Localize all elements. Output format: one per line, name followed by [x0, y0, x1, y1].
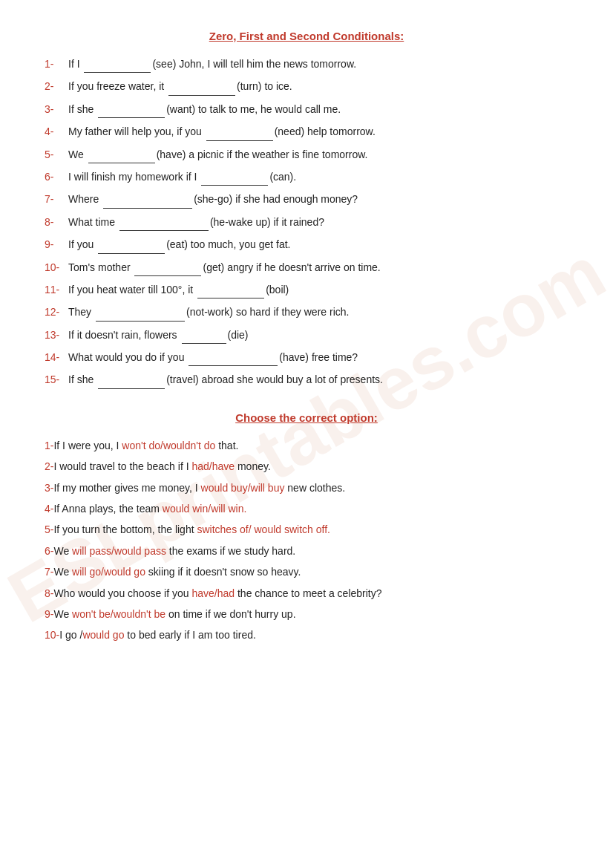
blank [96, 304, 185, 321]
item-num: 9- [45, 608, 53, 620]
list-item: 8- What time (he-wake up) if it rained? [45, 214, 568, 231]
item-num: 4- [45, 503, 53, 515]
list-item: 3-If my mother gives me money, I would b… [45, 480, 568, 496]
ex-text: If you freeze water, it (turn) to ice. [68, 78, 568, 95]
list-item: 11- If you heat water till 100°, it (boi… [45, 281, 568, 298]
ex-num: 1- [45, 58, 68, 70]
item-num: 8- [45, 587, 53, 599]
blank [201, 169, 268, 186]
ex-num: 15- [45, 373, 68, 385]
list-item: 3- If she (want) to talk to me, he would… [45, 101, 568, 118]
highlight: have/had [191, 587, 235, 599]
highlight: would buy/will buy [201, 482, 285, 494]
ex-text: What would you do if you (have) free tim… [68, 349, 568, 366]
choose-list: 1-If I were you, I won't do/wouldn't do … [45, 437, 568, 644]
ex-num: 7- [45, 193, 68, 205]
list-item: 2-I would travel to the beach if I had/h… [45, 458, 568, 474]
list-item: 2- If you freeze water, it (turn) to ice… [45, 78, 568, 95]
list-item: 6-We will pass/would pass the exams if w… [45, 543, 568, 559]
list-item: 10- Tom's mother (get) angry if he doesn… [45, 259, 568, 276]
ex-num: 13- [45, 329, 68, 341]
list-item: 1- If I (see) John, I will tell him the … [45, 56, 568, 73]
list-item: 7- Where (she-go) if she had enough mone… [45, 191, 568, 208]
list-item: 1-If I were you, I won't do/wouldn't do … [45, 437, 568, 454]
ex-text: What time (he-wake up) if it rained? [68, 214, 568, 231]
list-item: 6- I will finish my homework if I (can). [45, 169, 568, 186]
blank [98, 371, 165, 388]
item-num: 2- [45, 460, 53, 472]
list-item: 10-I go /would go to bed early if I am t… [45, 627, 568, 643]
ex-text: If it doesn't rain, flowers (die) [68, 327, 568, 344]
item-num: 7- [45, 566, 53, 578]
exercise-list: 1- If I (see) John, I will tell him the … [45, 56, 568, 389]
ex-num: 6- [45, 171, 68, 183]
highlight: had/have [191, 460, 235, 472]
highlight: switches of/ would switch off. [197, 523, 330, 535]
ex-num: 3- [45, 103, 68, 115]
ex-text: We (have) a picnic if the weather is fin… [68, 146, 568, 163]
highlight: won't be/wouldn't be [72, 608, 165, 620]
list-item: 4-If Anna plays, the team would win/will… [45, 500, 568, 517]
ex-num: 4- [45, 125, 68, 137]
ex-num: 12- [45, 306, 68, 318]
blank [197, 281, 264, 298]
blank [84, 56, 151, 73]
ex-text: If she (travel) abroad she would buy a l… [68, 371, 568, 388]
ex-num: 9- [45, 238, 68, 250]
item-num: 3- [45, 482, 53, 494]
highlight: won't do/wouldn't do [122, 440, 215, 451]
blank [98, 236, 165, 253]
blank [189, 349, 278, 366]
ex-text: If she (want) to talk to me, he would ca… [68, 101, 568, 118]
item-num: 6- [45, 545, 53, 557]
ex-text: If you heat water till 100°, it (boil) [68, 281, 568, 298]
list-item: 5- We (have) a picnic if the weather is … [45, 146, 568, 163]
list-item: 15- If she (travel) abroad she would buy… [45, 371, 568, 388]
item-num: 1- [45, 440, 53, 451]
list-item: 14- What would you do if you (have) free… [45, 349, 568, 366]
highlight: would go [82, 629, 124, 641]
ex-num: 14- [45, 351, 68, 363]
ex-num: 8- [45, 216, 68, 228]
blank [168, 78, 235, 95]
item-num: 10- [45, 629, 59, 641]
blank [134, 259, 201, 276]
list-item: 7-We will go/would go skiing if it doesn… [45, 564, 568, 580]
blank [88, 146, 155, 163]
ex-text: If you (eat) too much, you get fat. [68, 236, 568, 253]
list-item: 5-If you turn the bottom, the light swit… [45, 521, 568, 538]
item-num: 5- [45, 523, 53, 535]
choose-section: Choose the correct option: 1-If I were y… [45, 411, 568, 644]
highlight: will go/would go [72, 566, 145, 578]
blank [206, 123, 273, 140]
section1-title: Zero, First and Second Conditionals: [45, 30, 568, 42]
ex-text: Where (she-go) if she had enough money? [68, 191, 568, 208]
section2-title: Choose the correct option: [45, 411, 568, 424]
highlight: will pass/would pass [72, 545, 166, 557]
ex-num: 2- [45, 80, 68, 92]
ex-text: They (not-work) so hard if they were ric… [68, 304, 568, 321]
list-item: 9-We won't be/wouldn't be on time if we … [45, 606, 568, 622]
list-item: 9- If you (eat) too much, you get fat. [45, 236, 568, 253]
ex-text: Tom's mother (get) angry if he doesn't a… [68, 259, 568, 276]
ex-text: I will finish my homework if I (can). [68, 169, 568, 186]
list-item: 12- They (not-work) so hard if they were… [45, 304, 568, 321]
blank [103, 191, 192, 208]
ex-num: 10- [45, 261, 68, 273]
list-item: 4- My father will help you, if you (need… [45, 123, 568, 140]
ex-text: If I (see) John, I will tell him the new… [68, 56, 568, 73]
ex-num: 11- [45, 284, 68, 296]
ex-num: 5- [45, 149, 68, 160]
list-item: 13- If it doesn't rain, flowers (die) [45, 327, 568, 344]
list-item: 8-Who would you choose if you have/had t… [45, 585, 568, 601]
blank [98, 101, 165, 118]
highlight: would win/will win. [163, 503, 247, 515]
ex-text: My father will help you, if you (need) h… [68, 123, 568, 140]
blank [119, 214, 209, 231]
blank [182, 327, 226, 344]
